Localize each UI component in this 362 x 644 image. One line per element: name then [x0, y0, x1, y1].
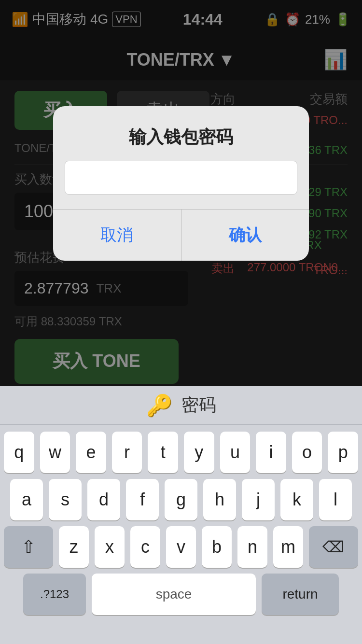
return-key[interactable]: return — [262, 574, 339, 615]
key-i[interactable]: i — [256, 432, 286, 473]
key-v[interactable]: v — [166, 526, 196, 568]
key-row-4: .?123 space return — [4, 574, 358, 615]
key-f[interactable]: f — [126, 479, 159, 520]
key-g[interactable]: g — [165, 479, 197, 520]
keyboard-header: 🔑 密码 — [0, 386, 362, 425]
key-o[interactable]: o — [292, 432, 322, 473]
dialog-cancel-button[interactable]: 取消 — [53, 210, 181, 261]
key-z[interactable]: z — [59, 526, 89, 568]
key-l[interactable]: l — [319, 479, 352, 520]
key-row-3: ⇧ z x c v b n m ⌫ — [4, 526, 358, 568]
key-t[interactable]: t — [148, 432, 178, 473]
key-p[interactable]: p — [328, 432, 358, 473]
dialog-input-wrap — [53, 161, 309, 209]
key-e[interactable]: e — [76, 432, 106, 473]
dialog-confirm-button[interactable]: 确认 — [181, 210, 309, 261]
key-u[interactable]: u — [220, 432, 251, 473]
key-row-2: a s d f g h j k l — [4, 479, 358, 520]
key-y[interactable]: y — [184, 432, 214, 473]
dialog-title: 输入钱包密码 — [53, 106, 309, 161]
key-h[interactable]: h — [203, 479, 236, 520]
key-s[interactable]: s — [49, 479, 82, 520]
key-j[interactable]: j — [242, 479, 275, 520]
key-q[interactable]: q — [4, 432, 34, 473]
key-c[interactable]: c — [130, 526, 160, 568]
shift-key[interactable]: ⇧ — [4, 526, 53, 568]
key-b[interactable]: b — [202, 526, 232, 568]
key-a[interactable]: a — [10, 479, 43, 520]
key-w[interactable]: w — [40, 432, 70, 473]
key-n[interactable]: n — [237, 526, 267, 568]
key-k[interactable]: k — [280, 479, 313, 520]
password-input[interactable] — [65, 161, 297, 195]
key-row-1: q w e r t y u i o p — [4, 432, 358, 473]
numbers-key[interactable]: .?123 — [23, 574, 86, 615]
key-r[interactable]: r — [112, 432, 142, 473]
keyboard-rows: q w e r t y u i o p a s d f g h j k l ⇧ … — [0, 425, 362, 625]
space-key[interactable]: space — [92, 574, 256, 615]
keyboard-area: 🔑 密码 q w e r t y u i o p a s d f g h j k… — [0, 386, 362, 644]
dialog-buttons: 取消 确认 — [53, 209, 309, 261]
key-icon: 🔑 — [146, 393, 173, 418]
key-x[interactable]: x — [95, 526, 125, 568]
key-d[interactable]: d — [87, 479, 120, 520]
key-m[interactable]: m — [273, 526, 303, 568]
keyboard-header-text: 密码 — [181, 393, 216, 417]
backspace-key[interactable]: ⌫ — [309, 526, 358, 568]
password-dialog: 输入钱包密码 取消 确认 — [53, 106, 309, 261]
